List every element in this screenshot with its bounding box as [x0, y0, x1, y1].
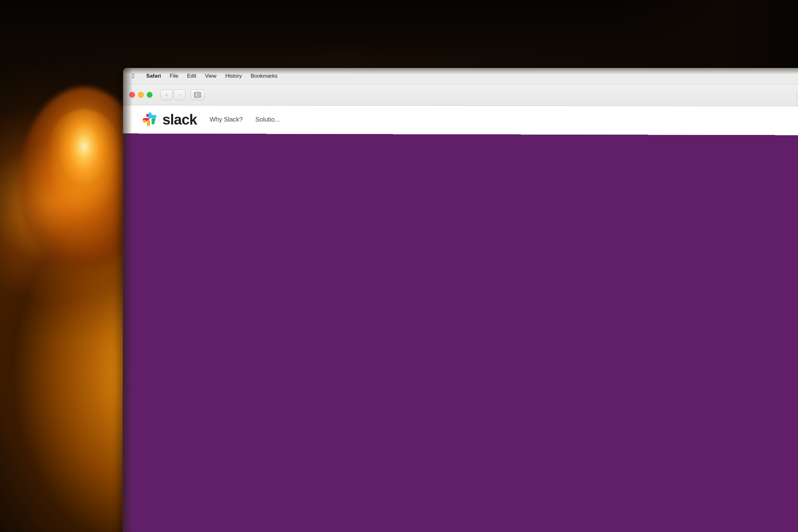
close-button[interactable]	[129, 92, 135, 98]
traffic-lights	[129, 92, 152, 98]
forward-icon: ›	[178, 91, 181, 98]
menu-view[interactable]: View	[201, 68, 221, 84]
browser-chrome: ‹ ›	[123, 84, 798, 106]
macbook-screen:  Safari File Edit View History Bookmark…	[122, 68, 798, 532]
sidebar-toggle-icon	[194, 92, 201, 98]
address-bar[interactable]	[209, 95, 798, 95]
menu-file[interactable]: File	[165, 68, 183, 84]
website-content: slack Why Slack? Solutio...	[122, 105, 798, 532]
back-button[interactable]: ‹	[160, 90, 172, 100]
apple-menu-icon[interactable]: 	[132, 72, 134, 80]
back-icon: ‹	[166, 91, 168, 98]
macos-menubar:  Safari File Edit View History Bookmark…	[123, 68, 798, 84]
slack-nav-why-slack[interactable]: Why Slack?	[209, 116, 243, 123]
menu-bookmarks[interactable]: Bookmarks	[246, 68, 282, 84]
menu-edit[interactable]: Edit	[183, 68, 201, 84]
slack-nav-solutions[interactable]: Solutio...	[255, 116, 280, 123]
lamp-filament	[47, 109, 121, 203]
menu-history[interactable]: History	[221, 68, 246, 84]
slack-wordmark: slack	[163, 111, 197, 128]
grid-button[interactable]	[796, 90, 798, 101]
slack-navbar: slack Why Slack? Solutio...	[123, 105, 798, 135]
svg-rect-1	[194, 92, 196, 97]
menu-safari[interactable]: Safari	[142, 68, 165, 84]
nav-buttons: ‹ ›	[160, 90, 186, 100]
sidebar-toggle-button[interactable]	[191, 90, 205, 100]
fullscreen-button[interactable]	[147, 92, 152, 98]
forward-button[interactable]: ›	[174, 90, 186, 100]
slack-logo-icon	[142, 111, 158, 128]
slack-logo[interactable]: slack	[142, 111, 197, 128]
minimize-button[interactable]	[138, 92, 144, 98]
slack-purple-hero	[122, 133, 798, 532]
